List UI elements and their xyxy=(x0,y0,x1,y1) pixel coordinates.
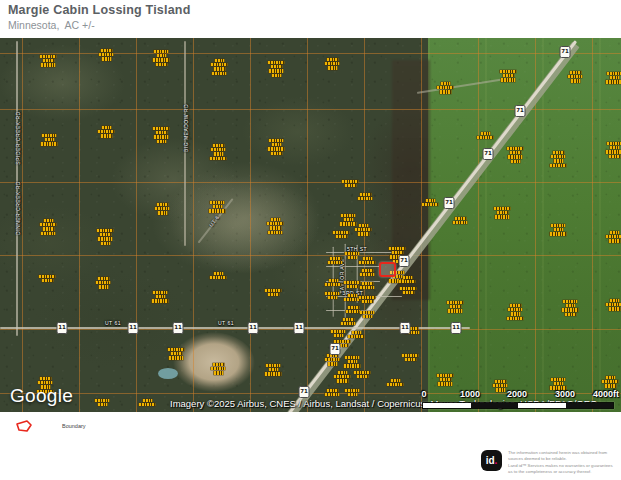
route-shield: 11 xyxy=(451,322,462,334)
route-shield: 71 xyxy=(399,255,410,267)
parcel-owner-label xyxy=(606,231,621,243)
parcel-owner-label xyxy=(331,330,346,337)
parcel-owner-label xyxy=(40,55,57,67)
parcel-owner-label xyxy=(477,132,494,139)
parcel-owner-label xyxy=(437,374,454,386)
road-label: SPIDER CREEK RD xyxy=(15,111,21,164)
parcel-owner-label xyxy=(344,281,361,288)
parcel-owner-label xyxy=(359,296,376,303)
route-shield: 11 xyxy=(173,322,184,334)
parcel-owner-label xyxy=(155,203,170,215)
section-grid-line xyxy=(0,329,621,330)
scale-segment xyxy=(423,403,471,408)
section-grid-line xyxy=(79,38,80,412)
section-grid-line xyxy=(421,38,422,412)
google-logo[interactable]: Google xyxy=(10,385,73,407)
parcel-owner-label xyxy=(325,58,340,70)
land-id-logo: id. xyxy=(481,450,502,471)
scale-segment xyxy=(566,403,614,408)
parcel-owner-label xyxy=(153,127,170,143)
land-id-logo-text: id xyxy=(486,455,495,466)
parcel-owner-label xyxy=(387,379,404,386)
parcel-owner-label xyxy=(606,142,621,158)
section-grid-line xyxy=(136,38,137,412)
parcel-owner-label xyxy=(550,151,567,167)
scale-label: 0 xyxy=(421,389,426,399)
parcel-owner-label xyxy=(346,306,361,313)
section-grid-line xyxy=(193,38,194,412)
parcel-owner-label xyxy=(360,311,375,318)
section-grid-line xyxy=(0,255,621,256)
section-grid-line xyxy=(478,38,479,412)
parcel-owner-label xyxy=(268,139,285,155)
parcel-owner-label xyxy=(568,71,583,83)
scale-label: 3000 xyxy=(555,389,575,399)
scale-label: 4000ft xyxy=(593,389,619,399)
page: Margie Cabin Lossing Tisland Minnesota, … xyxy=(0,0,621,480)
route-shield: 71 xyxy=(515,105,526,117)
section-grid-line xyxy=(22,38,23,412)
scale-segment xyxy=(518,403,566,408)
parcel-owner-label xyxy=(402,354,419,361)
boundary-icon xyxy=(14,419,34,433)
route-shield: 71 xyxy=(483,148,494,160)
parcel-owner-label xyxy=(602,376,619,388)
section-grid-line xyxy=(307,38,308,412)
parcel-owner-label xyxy=(265,289,282,296)
parcel-owner-label xyxy=(344,356,361,368)
route-shield: 11 xyxy=(128,322,139,334)
parcel-owner-label xyxy=(345,389,360,396)
parcel-owner-label xyxy=(152,291,169,303)
land-id-logo-dot: . xyxy=(495,455,498,466)
parcel-owner-label xyxy=(507,304,524,320)
road-label: UT 61 xyxy=(218,320,234,326)
parcel-owner-label xyxy=(99,49,114,61)
parcel-owner-label xyxy=(325,354,340,366)
scale-segment xyxy=(471,403,519,408)
parcel-owner-label xyxy=(500,70,517,82)
scale-label: 1000 xyxy=(460,389,480,399)
parcel-owner-label xyxy=(96,277,111,289)
section-grid-line xyxy=(250,38,251,412)
parcel-owner-label xyxy=(360,282,375,289)
parcel-owner-label xyxy=(345,252,360,259)
route-shield: 71 xyxy=(444,197,455,209)
parcel-owner-label xyxy=(422,199,439,206)
parcel-owner-label xyxy=(359,257,376,264)
map[interactable]: SPIDER CREEK RDDINNER CREEK RDBIG MEADOW… xyxy=(0,38,621,412)
boundary-marker xyxy=(379,262,396,277)
pond xyxy=(158,368,178,379)
route-shield: 71 xyxy=(330,343,341,355)
parcel-owner-label xyxy=(267,218,284,234)
parcel-owner-label xyxy=(333,231,350,238)
disclaimer-line: as to the completeness or accuracy there… xyxy=(508,469,621,475)
parcel-owner-label xyxy=(399,276,416,283)
parcel-owner-label xyxy=(210,272,227,279)
parcel-owner-label xyxy=(268,61,285,77)
route-shield: 71 xyxy=(560,46,571,58)
gravel-pit-area xyxy=(173,332,255,392)
route-shield: 11 xyxy=(294,322,305,334)
map-legend: Boundary xyxy=(14,419,86,433)
parcel-owner-label xyxy=(153,50,170,66)
parcel-owner-label xyxy=(348,331,365,338)
parcel-owner-label xyxy=(447,301,464,313)
road-label: UT 61 xyxy=(105,320,121,326)
parcel-owner-label xyxy=(168,348,185,360)
parcel-owner-label xyxy=(325,279,342,286)
credit-block: id. The information contained herein was… xyxy=(481,450,621,476)
parcel-owner-label xyxy=(210,144,227,160)
parcel-owner-label xyxy=(453,217,468,224)
scale-bar: 01000200030004000ft xyxy=(422,389,614,409)
parcel-owner-label xyxy=(325,389,340,396)
parcel-owner-label xyxy=(39,275,56,282)
parcel-owner-label xyxy=(97,229,114,245)
parcel-owner-label xyxy=(354,371,371,378)
parcel-owner-label xyxy=(328,257,343,264)
section-grid-line xyxy=(592,38,593,412)
parcel-owner-label xyxy=(606,299,621,311)
parcel-owner-label xyxy=(437,82,454,94)
parcel-owner-label xyxy=(41,134,58,146)
parcel-owner-label xyxy=(342,180,359,187)
parcel-owner-label xyxy=(211,59,228,75)
